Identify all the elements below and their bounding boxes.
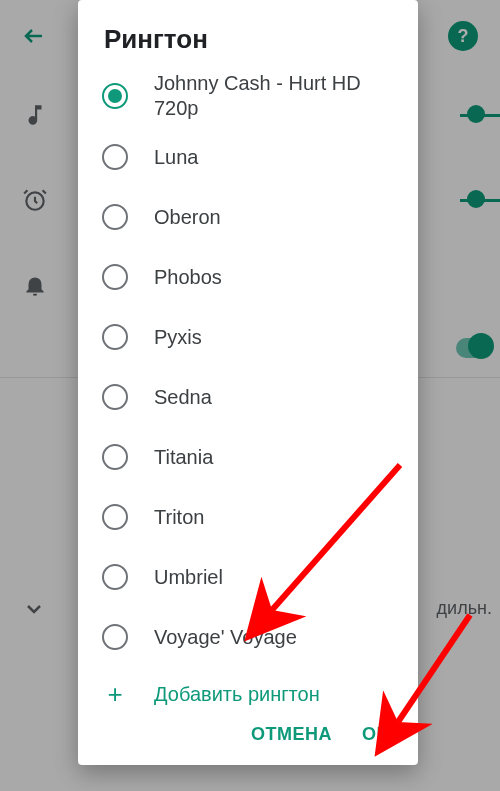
ringtone-label: Sedna: [154, 385, 212, 410]
ringtone-item[interactable]: Sedna: [78, 367, 418, 427]
ringtone-label: Oberon: [154, 205, 221, 230]
plus-icon: +: [102, 681, 128, 707]
radio-icon[interactable]: [102, 444, 128, 470]
ok-button[interactable]: OK: [362, 724, 390, 745]
ringtone-label: Pyxis: [154, 325, 202, 350]
ringtone-label: Phobos: [154, 265, 222, 290]
ringtone-list[interactable]: Johnny Cash - Hurt HD 720p Luna Oberon P…: [78, 65, 418, 710]
ringtone-item[interactable]: Triton: [78, 487, 418, 547]
add-ringtone-label: Добавить рингтон: [154, 683, 320, 706]
cancel-button[interactable]: ОТМЕНА: [251, 724, 332, 745]
ringtone-label: Johnny Cash - Hurt HD 720p: [154, 71, 402, 121]
ringtone-item[interactable]: Umbriel: [78, 547, 418, 607]
ringtone-label: Triton: [154, 505, 204, 530]
radio-icon[interactable]: [102, 564, 128, 590]
ringtone-item[interactable]: Johnny Cash - Hurt HD 720p: [78, 65, 418, 127]
ringtone-item[interactable]: Voyage' Voyage: [78, 607, 418, 667]
ringtone-item[interactable]: Luna: [78, 127, 418, 187]
radio-icon[interactable]: [102, 384, 128, 410]
ringtone-item[interactable]: Oberon: [78, 187, 418, 247]
radio-icon[interactable]: [102, 624, 128, 650]
dialog-actions: ОТМЕНА OK: [78, 710, 418, 765]
ringtone-label: Umbriel: [154, 565, 223, 590]
radio-icon[interactable]: [102, 204, 128, 230]
ringtone-item[interactable]: Phobos: [78, 247, 418, 307]
radio-icon[interactable]: [102, 324, 128, 350]
ringtone-label: Voyage' Voyage: [154, 625, 297, 650]
add-ringtone-button[interactable]: + Добавить рингтон: [78, 667, 418, 710]
ringtone-item[interactable]: Pyxis: [78, 307, 418, 367]
ringtone-dialog: Рингтон Johnny Cash - Hurt HD 720p Luna …: [78, 0, 418, 765]
dialog-title: Рингтон: [78, 0, 418, 65]
radio-icon[interactable]: [102, 144, 128, 170]
ringtone-label: Luna: [154, 145, 199, 170]
ringtone-item[interactable]: Titania: [78, 427, 418, 487]
radio-icon[interactable]: [102, 83, 128, 109]
ringtone-label: Titania: [154, 445, 213, 470]
radio-icon[interactable]: [102, 264, 128, 290]
radio-icon[interactable]: [102, 504, 128, 530]
